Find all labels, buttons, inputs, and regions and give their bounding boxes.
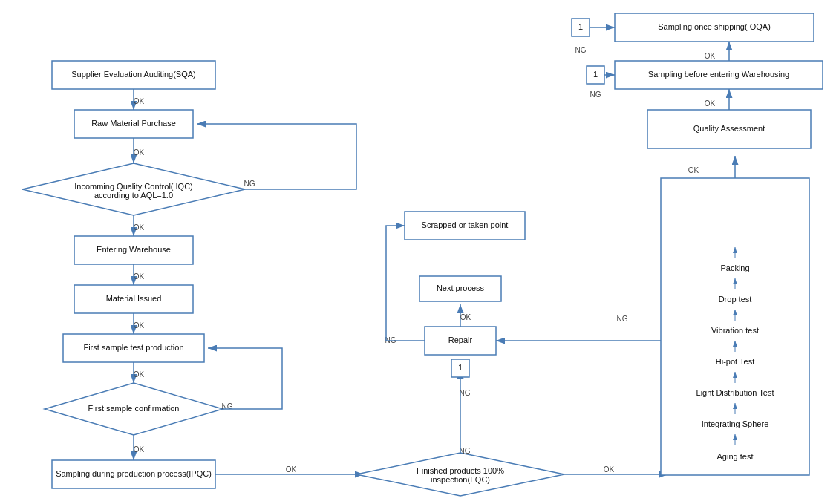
ok-label-5: OK [134,321,145,330]
first-sample-conf-label: First sample confirmation [88,404,180,413]
entering-warehouse-label: Entering Warehouse [97,245,171,254]
ng-label-fqc2: NG [460,389,471,397]
ok-label-quality-top: OK [688,166,699,174]
ok-label-repair: OK [460,313,471,321]
num1-repair-label: 1 [458,363,463,372]
integrating-sphere-label: Integrating Sphere [702,419,769,428]
ok-label-1: OK [134,97,145,105]
next-process-label: Next process [437,284,485,292]
hipot-label: Hi-pot Test [716,357,754,366]
ok-label-qa: OK [705,99,716,108]
ok-label-3: OK [134,223,145,232]
vibration-label: Vibration test [711,326,759,335]
ng-label-repair: NG [385,336,396,344]
arrow-iqc-ng [197,124,356,189]
fqc-label: Finished products 100% [417,466,504,475]
fqc-label2: inspection(FQC) [431,475,490,484]
sampling-shipping-label: Sampling once shipping( OQA) [658,22,771,31]
supplier-eval-label: Supplier Evaluation Auditing(SQA) [71,70,196,79]
ng-label-fqc-up: NG [460,447,471,455]
ok-label-sw: OK [705,52,716,60]
ng-label-ld: NG [617,315,628,323]
scrapped-label: Scrapped or taken point [422,220,509,229]
ng-label-iqc: NG [244,180,255,188]
iqc-label2: according to AQL=1.0 [94,191,173,200]
first-sample-prod-label: First sample test production [83,343,183,352]
ok-label-ipqc: OK [286,465,297,474]
ipqc-label: Sampling during production process(IPQC) [56,469,212,478]
num1-shipping-label: 1 [578,22,583,31]
ng-label-shipping: NG [575,46,587,54]
flowchart: Supplier Evaluation Auditing(SQA) OK Raw… [0,0,839,504]
raw-material-label: Raw Material Purchase [91,119,176,128]
num1-warehousing-label: 1 [593,70,598,79]
iqc-label: Incomming Quality Control( IQC) [74,182,193,191]
material-issued-label: Material Issued [106,294,162,303]
arrow-fsc-ng [208,348,282,409]
ok-label-2: OK [134,148,145,157]
drop-test-label: Drop test [719,295,752,304]
quality-assessment-label: Quality Assessment [693,124,765,133]
aging-test-label: Aging test [717,452,754,461]
ok-label-7: OK [134,445,145,454]
sampling-warehousing-label: Sampling before entering Warehousing [648,70,789,79]
ok-label-4: OK [134,272,145,281]
repair-label: Repair [448,336,473,344]
arrow-repair-ng [386,226,425,341]
packing-label: Packing [720,264,749,272]
ng-label-warehousing: NG [590,91,601,99]
light-dist-label: Light Distribution Test [696,388,774,397]
ok-label-fqc-right: OK [604,465,615,474]
ok-label-6: OK [134,370,145,379]
